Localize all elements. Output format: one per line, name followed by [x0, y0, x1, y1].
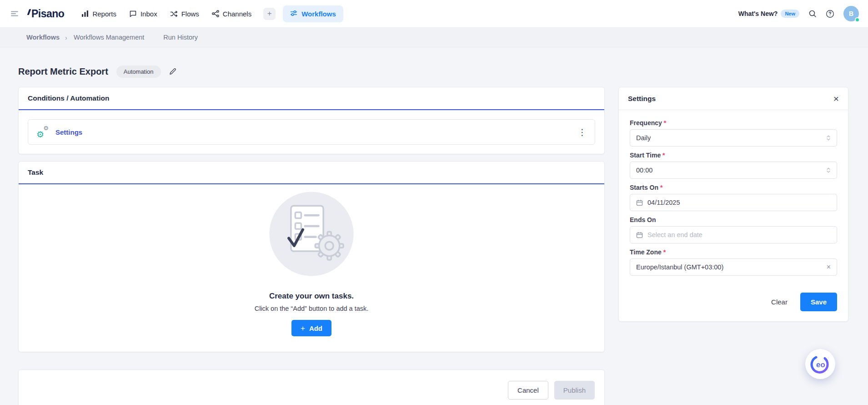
nav-label-channels: Channels [223, 10, 251, 18]
clear-button[interactable]: Clear [771, 298, 788, 306]
settings-panel-title: Settings [628, 95, 656, 103]
settings-row-label: Settings [55, 128, 82, 136]
calendar-icon [636, 232, 643, 238]
starts-on-date-input[interactable]: 04/11/2025 [630, 194, 837, 211]
leo-assistant-button[interactable]: eo [805, 349, 835, 379]
nav-label-inbox: Inbox [140, 10, 157, 18]
ends-on-date-input[interactable]: Select an end date [630, 226, 837, 243]
page-title-row: Report Metric Export Automation [18, 62, 848, 81]
task-card: Task [18, 161, 605, 352]
task-card-header: Task [19, 162, 604, 184]
task-card-title: Task [28, 168, 43, 177]
time-zone-label: Time Zone [630, 248, 837, 256]
automation-settings-row[interactable]: ⚙ ⚙ Settings ⋮ [28, 119, 595, 145]
save-button[interactable]: Save [800, 293, 837, 311]
breadcrumb: Workflows › Workflows Management Run His… [0, 28, 868, 47]
cancel-button[interactable]: Cancel [508, 381, 548, 400]
publish-button[interactable]: Publish [554, 381, 595, 400]
nav-item-reports[interactable]: Reports [81, 10, 116, 18]
conditions-automation-card: Conditions / Automation ⚙ ⚙ Settings ⋮ [18, 87, 605, 154]
nav-item-inbox[interactable]: Inbox [129, 10, 157, 18]
time-zone-value: Europe/Istanbul (GMT+03:00) [636, 263, 723, 271]
sliders-icon [290, 10, 297, 18]
empty-state-subtitle: Click on the “Add” button to add a task. [255, 305, 369, 312]
frequency-field: Frequency Daily [630, 119, 837, 147]
tasks-empty-illustration [268, 191, 355, 277]
breadcrumb-workflows-management[interactable]: Workflows Management [74, 34, 144, 41]
frequency-label: Frequency [630, 119, 837, 127]
nav-item-flows[interactable]: Flows [170, 10, 199, 18]
leo-logo: eo [809, 353, 831, 375]
start-time-field: Start Time 00:00 [630, 152, 837, 179]
plus-icon: + [301, 324, 305, 332]
settings-panel-header: Settings × [619, 87, 848, 110]
primary-nav: Reports Inbox Flows Channels [81, 10, 251, 18]
online-status-dot [855, 17, 860, 22]
page-title: Report Metric Export [18, 66, 108, 77]
breadcrumb-root[interactable]: Workflows [26, 34, 60, 41]
settings-panel-footer: Clear Save [619, 281, 848, 321]
sidebar-toggle-icon[interactable] [10, 9, 19, 18]
conditions-card-title: Conditions / Automation [28, 94, 109, 102]
starts-on-field: Starts On 04/11/2025 [630, 184, 837, 211]
share-nodes-icon [212, 10, 219, 17]
whats-new-link[interactable]: What's New? New [738, 10, 799, 18]
svg-text:eo: eo [816, 360, 825, 369]
close-icon[interactable]: × [833, 94, 839, 103]
kebab-menu-icon[interactable]: ⋮ [578, 128, 587, 137]
bar-chart-icon [81, 10, 89, 17]
top-navbar: Pisano Reports Inbox Flows Channels [0, 0, 868, 28]
start-time-label: Start Time [630, 152, 837, 159]
automation-type-badge: Automation [116, 66, 161, 78]
nav-item-channels[interactable]: Channels [212, 10, 251, 18]
empty-state-title: Create your own tasks. [269, 292, 354, 301]
whats-new-label: What's New? [738, 10, 778, 17]
ends-on-placeholder: Select an end date [647, 231, 702, 238]
chat-icon [129, 10, 137, 18]
nav-label-flows: Flows [181, 10, 199, 18]
pisano-logo: Pisano [28, 8, 64, 20]
start-time-select[interactable]: 00:00 [630, 162, 837, 179]
ends-on-label: Ends On [630, 216, 837, 223]
frequency-select[interactable]: Daily [630, 129, 837, 147]
chevron-updown-icon [826, 135, 831, 141]
workflows-pill-label: Workflows [301, 10, 336, 18]
action-bar-card: Cancel Publish [18, 370, 605, 405]
add-task-button[interactable]: + Add [291, 320, 331, 336]
avatar-initial: B [849, 10, 853, 17]
clear-timezone-icon[interactable]: × [827, 263, 831, 271]
edit-title-icon[interactable] [169, 68, 176, 75]
nav-label-reports: Reports [92, 10, 116, 18]
time-zone-input[interactable]: Europe/Istanbul (GMT+03:00) × [630, 258, 837, 276]
brand-name: Pisano [31, 8, 64, 20]
settings-panel-body: Frequency Daily Start Time 00:00 [619, 110, 848, 276]
chevron-updown-icon [826, 167, 831, 173]
plus-icon: + [267, 9, 272, 18]
chevron-right-icon: › [65, 34, 67, 41]
workflow-editor-column: Conditions / Automation ⚙ ⚙ Settings ⋮ [18, 87, 605, 405]
new-badge: New [781, 10, 799, 18]
add-new-button[interactable]: + [263, 8, 276, 20]
starts-on-label: Starts On [630, 184, 837, 191]
time-zone-field: Time Zone Europe/Istanbul (GMT+03:00) × [630, 248, 837, 276]
start-time-value: 00:00 [636, 167, 652, 174]
add-task-label: Add [309, 324, 322, 332]
search-icon[interactable] [808, 10, 817, 18]
help-icon[interactable] [826, 10, 834, 18]
conditions-card-body: ⚙ ⚙ Settings ⋮ [19, 110, 604, 154]
frequency-value: Daily [636, 134, 651, 142]
logo-mark [27, 9, 31, 15]
ends-on-field: Ends On Select an end date [630, 216, 837, 243]
user-avatar[interactable]: B [843, 6, 859, 21]
breadcrumb-run-history[interactable]: Run History [163, 34, 198, 41]
conditions-card-header: Conditions / Automation [19, 87, 604, 110]
main-content: Report Metric Export Automation Conditio… [0, 47, 868, 405]
starts-on-value: 04/11/2025 [647, 199, 680, 206]
settings-panel: Settings × Frequency Daily Start Time [618, 87, 848, 322]
task-empty-state: Create your own tasks. Click on the “Add… [19, 184, 604, 352]
navbar-right: What's New? New B [738, 6, 859, 21]
calendar-icon [636, 199, 643, 206]
gears-icon: ⚙ ⚙ [36, 126, 49, 138]
nav-item-workflows-active[interactable]: Workflows [283, 5, 343, 22]
shuffle-icon [170, 10, 178, 18]
